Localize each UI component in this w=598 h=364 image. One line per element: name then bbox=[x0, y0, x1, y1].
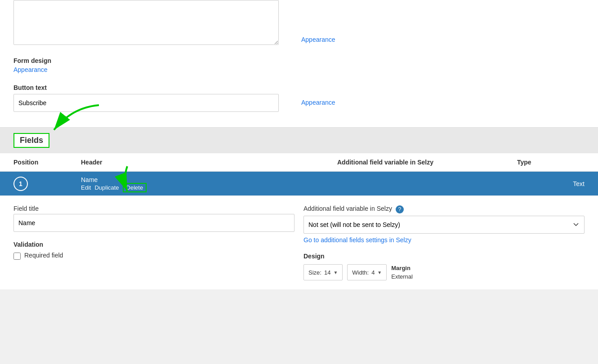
fields-table: Position Header Additional field variabl… bbox=[0, 153, 598, 289]
width-value: 4 bbox=[371, 269, 375, 276]
help-icon[interactable]: ? bbox=[396, 205, 404, 213]
field-title-label: Field title bbox=[13, 205, 295, 212]
row1-name: Name bbox=[81, 176, 337, 183]
row1-type: Text bbox=[517, 180, 585, 187]
form-design-appearance-link[interactable]: Appearance bbox=[13, 66, 48, 73]
appearance-link-1[interactable]: Appearance bbox=[301, 36, 335, 43]
width-label: Width: bbox=[352, 269, 369, 276]
width-chevron-icon[interactable]: ▼ bbox=[377, 270, 382, 275]
size-control[interactable]: Size: 14 ▼ bbox=[303, 264, 343, 280]
margin-value: External bbox=[391, 273, 413, 280]
row1-actions: Edit Duplicate bbox=[81, 184, 337, 191]
appearance-link-3[interactable]: Appearance bbox=[301, 99, 335, 106]
selzy-settings-link[interactable]: Go to additional fields settings in Selz… bbox=[303, 236, 585, 244]
row1-position: 1 bbox=[13, 177, 81, 191]
description-textarea[interactable] bbox=[13, 0, 279, 45]
row1-header-cell: Name Edit Duplicate bbox=[81, 176, 337, 191]
validation-label: Validation bbox=[13, 241, 295, 248]
table-header: Position Header Additional field variabl… bbox=[0, 153, 598, 172]
margin-section: Margin External bbox=[391, 265, 413, 280]
required-field-label: Required field bbox=[24, 252, 63, 259]
additional-field-select[interactable]: Not set (will not be sent to Selzy) bbox=[303, 216, 585, 234]
additional-field-label: Additional field variable in Selzy bbox=[303, 205, 392, 212]
detail-section: Field title Validation Required field bbox=[0, 195, 598, 289]
form-design-label: Form design bbox=[13, 57, 585, 64]
col-additional: Additional field variable in Selzy bbox=[337, 159, 517, 166]
fields-label: Fields bbox=[13, 133, 49, 148]
button-text-label: Button text bbox=[13, 84, 292, 91]
width-control[interactable]: Width: 4 ▼ bbox=[347, 264, 387, 280]
design-label: Design bbox=[303, 253, 585, 260]
col-type: Type bbox=[517, 159, 585, 166]
row1-delete-link[interactable]: Delete bbox=[123, 183, 147, 192]
design-controls: Size: 14 ▼ Width: 4 ▼ Ma bbox=[303, 264, 585, 280]
size-chevron-icon[interactable]: ▼ bbox=[333, 270, 338, 275]
table-row-1: 1 Name Edit Duplicate bbox=[0, 172, 598, 195]
size-label: Size: bbox=[308, 269, 321, 276]
button-text-input[interactable] bbox=[13, 94, 279, 112]
row1-edit-link[interactable]: Edit bbox=[81, 184, 91, 191]
required-field-checkbox[interactable] bbox=[13, 253, 21, 260]
fields-header-section: Fields bbox=[0, 128, 598, 153]
field-title-input[interactable] bbox=[13, 214, 295, 232]
row1-duplicate-link[interactable]: Duplicate bbox=[94, 184, 119, 191]
margin-label: Margin bbox=[391, 265, 413, 271]
col-header: Header bbox=[81, 159, 337, 166]
position-circle-1: 1 bbox=[13, 177, 28, 191]
col-position: Position bbox=[13, 159, 81, 166]
size-value: 14 bbox=[324, 269, 330, 276]
